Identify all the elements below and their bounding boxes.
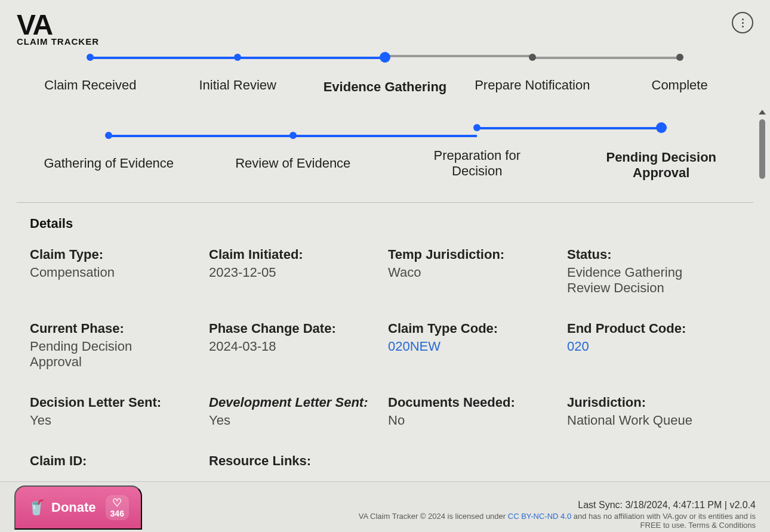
field-label: Claim ID: (30, 453, 209, 469)
step-bar (109, 135, 293, 137)
field-label: Resource Links: (209, 453, 388, 469)
footer-license: VA Claim Tracker © 2024 is licensed unde… (338, 512, 756, 530)
step-bar (293, 135, 478, 137)
field-claim-type: Claim Type: Compensation (30, 247, 209, 296)
step-bar (238, 57, 385, 59)
field-claim-id: Claim ID: (30, 453, 209, 471)
heart-icon: ♡ (112, 497, 122, 508)
footer-license-post: and has no affiliation with VA.gov or it… (571, 512, 756, 530)
step-dot (656, 122, 667, 133)
dot-icon (742, 26, 744, 27)
step-dot (380, 52, 390, 63)
step-bar (532, 57, 680, 59)
field-value-link[interactable]: 020 (567, 339, 746, 354)
donate-button[interactable]: 🥤 Donate ♡ 346 (14, 485, 142, 530)
field-jurisdiction: Jurisdiction: National Work Queue (567, 395, 746, 428)
details-heading: Details (30, 216, 753, 231)
field-value: Yes (30, 413, 209, 428)
footer-license-pre: VA Claim Tracker © 2024 is licensed unde… (359, 512, 508, 521)
field-decision-letter: Decision Letter Sent: Yes (30, 395, 209, 428)
step-bar (477, 127, 661, 129)
field-label: Current Phase: (30, 321, 209, 336)
step-label: Claim Received (44, 78, 136, 93)
field-label: Claim Initiated: (209, 247, 388, 262)
details-grid: Claim Type: Compensation Claim Initiated… (30, 247, 753, 471)
field-value: National Work Queue (567, 413, 746, 428)
field-value: Pending Decision Approval (30, 339, 161, 370)
step-label: Gathering of Evidence (44, 156, 174, 171)
app-logo: VA CLAIM TRACKER (17, 12, 99, 46)
field-current-phase: Current Phase: Pending Decision Approval (30, 321, 209, 370)
step-dot (289, 132, 297, 139)
substep-pending-approval: Pending Decision Approval (569, 122, 754, 181)
dot-icon (742, 18, 744, 20)
step-claim-received: Claim Received (17, 54, 164, 93)
step-dot (473, 124, 481, 131)
logo-sub: CLAIM TRACKER (17, 38, 99, 46)
step-label: Initial Review (199, 78, 276, 93)
field-label: Phase Change Date: (209, 321, 388, 336)
step-label: Pending Decision Approval (602, 150, 721, 181)
step-dot (676, 54, 683, 61)
field-value-link[interactable]: 020NEW (388, 339, 567, 354)
step-label: Preparation for Decision (417, 148, 537, 179)
step-label: Review of Evidence (235, 156, 350, 171)
field-label: Decision Letter Sent: (30, 395, 209, 410)
field-value: Yes (209, 413, 388, 428)
step-bar (90, 57, 238, 59)
substep-preparation: Preparation for Decision (385, 124, 569, 179)
step-label: Prepare Notification (475, 78, 590, 93)
field-value: No (388, 413, 567, 428)
cup-icon: 🥤 (27, 499, 45, 516)
field-value: 2023-12-05 (209, 265, 388, 280)
step-dot (87, 54, 94, 61)
field-label: Development Letter Sent: (209, 395, 388, 410)
field-temp-jurisdiction: Temp Jurisdiction: Waco (388, 247, 567, 296)
donate-label: Donate (51, 500, 96, 515)
step-dot (105, 132, 112, 139)
substep-gathering: Gathering of Evidence (17, 132, 201, 171)
step-dot (529, 54, 536, 61)
donate-like-badge[interactable]: ♡ 346 (106, 495, 129, 520)
step-complete: Complete (606, 54, 753, 93)
more-menu-button[interactable] (732, 12, 753, 33)
field-value: Waco (388, 265, 567, 280)
step-dot (234, 54, 241, 61)
step-label: Complete (652, 78, 708, 93)
step-prepare-notification: Prepare Notification (458, 54, 606, 93)
field-development-letter: Development Letter Sent: Yes (209, 395, 388, 428)
step-bar (385, 55, 532, 57)
footer-sync: Last Sync: 3/18/2024, 4:47:11 PM | v2.0.… (338, 500, 756, 511)
progress-main: Claim Received Initial Review Evidence G… (17, 52, 753, 95)
donate-count: 346 (110, 509, 124, 518)
field-resource-links: Resource Links: (209, 453, 388, 471)
progress-sub: Gathering of Evidence Review of Evidence… (17, 122, 753, 181)
field-value: 2024-03-18 (209, 339, 388, 354)
field-status: Status: Evidence Gathering Review Decisi… (567, 247, 746, 296)
scrollbar-thumb[interactable] (759, 119, 765, 179)
logo-top: VA (17, 12, 99, 38)
field-phase-change-date: Phase Change Date: 2024-03-18 (209, 321, 388, 370)
field-end-product-code: End Product Code: 020 (567, 321, 746, 370)
field-label: Temp Jurisdiction: (388, 247, 567, 262)
substep-review: Review of Evidence (201, 132, 386, 171)
field-label: Status: (567, 247, 746, 262)
field-claim-type-code: Claim Type Code: 020NEW (388, 321, 567, 370)
footer: 🥤 Donate ♡ 346 Last Sync: 3/18/2024, 4:4… (0, 481, 770, 532)
field-value: Evidence Gathering Review Decision (567, 265, 710, 296)
step-initial-review: Initial Review (164, 54, 312, 93)
field-claim-initiated: Claim Initiated: 2023-12-05 (209, 247, 388, 296)
step-label: Evidence Gathering (324, 79, 447, 95)
field-documents-needed: Documents Needed: No (388, 395, 567, 428)
dot-icon (742, 22, 744, 24)
field-value: Compensation (30, 265, 209, 280)
field-label: Claim Type: (30, 247, 209, 262)
field-label: Documents Needed: (388, 395, 567, 410)
footer-license-link[interactable]: CC BY-NC-ND 4.0 (508, 512, 571, 521)
scroll-up-arrow-icon[interactable] (759, 110, 766, 115)
field-label: End Product Code: (567, 321, 746, 336)
section-divider (17, 202, 753, 203)
field-label: Claim Type Code: (388, 321, 567, 336)
field-label: Jurisdiction: (567, 395, 746, 410)
